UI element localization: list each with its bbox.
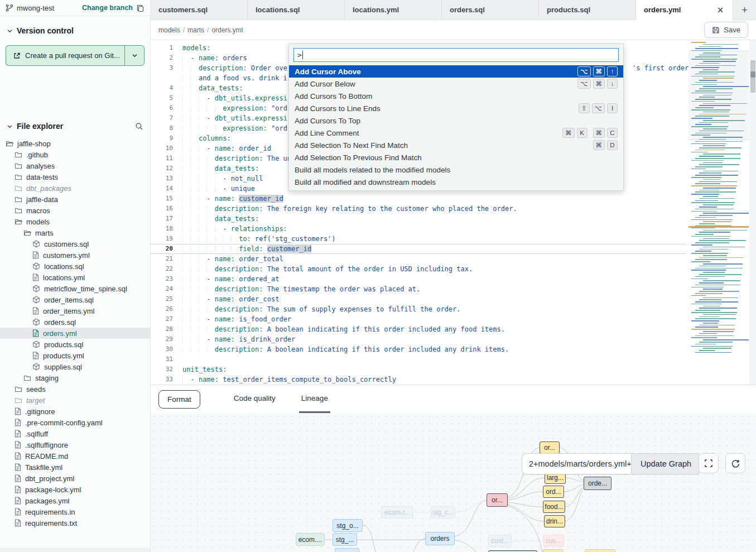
version-control-header[interactable]: Version control [0,24,150,37]
change-branch-link[interactable]: Change branch [82,4,133,12]
sidebar-scrollbar[interactable] [0,548,150,552]
update-graph-button[interactable]: Update Graph [631,453,701,474]
file-tree-item[interactable]: .pre-commit-config.yaml [0,417,150,428]
lineage-node[interactable]: stg_o... [333,519,363,532]
lineage-node[interactable]: orde... [584,477,611,490]
tab-orders-sql[interactable]: orders.sql [442,0,539,20]
file-tree-item[interactable]: marts [0,227,150,238]
lineage-node[interactable]: stg_... [335,548,359,552]
code-line[interactable]: 21 - name: order_total [151,254,686,264]
code-line[interactable]: 20 field: customer_id [151,244,686,254]
code-line[interactable]: 27 - name: is_food_order [151,314,686,324]
lineage-node[interactable]: stg_c... [431,506,455,519]
tab-products-sql[interactable]: products.sql [539,0,636,20]
file-tree-item[interactable]: dbt_project.yml [0,473,150,484]
lineage-graph[interactable]: or...larg...orde...ord...food...drin...o… [151,413,756,552]
code-line[interactable]: 23 - name: ordered_at [151,274,686,284]
close-icon[interactable]: ✕ [716,6,725,15]
lineage-node[interactable]: orders [425,532,455,545]
file-tree-item[interactable]: products.sql [0,339,150,350]
command-palette-input[interactable]: > [293,48,619,62]
breadcrumb-part[interactable]: models [158,26,180,34]
file-tree-item[interactable]: products.yml [0,350,150,361]
file-tree-item[interactable]: .gitignore [0,406,150,417]
palette-item[interactable]: Add Cursors to Line Ends⇧⌥I [289,102,623,114]
file-tree-item[interactable]: jaffle-data [0,194,150,205]
code-line[interactable]: 22 description: The total amount of the … [151,264,686,274]
file-tree-item[interactable]: orders.sql [0,316,150,328]
code-line[interactable]: 17 data_tests: [151,214,686,224]
file-tree-item[interactable]: locations.sql [0,261,150,272]
editor-scrollbar[interactable] [749,40,756,385]
code-line[interactable]: 15 - name: customer_id [151,194,686,204]
breadcrumb-part[interactable]: marts [187,26,204,34]
file-tree-item[interactable]: data-tests [0,171,150,183]
file-explorer-header[interactable]: File explorer [0,119,150,133]
create-pr-button[interactable]: Create a pull request on Git... [6,45,124,66]
file-tree-item[interactable]: macros [0,205,150,216]
file-tree-item[interactable]: supplies.sql [0,361,150,372]
file-tree-item[interactable]: customers.yml [0,249,150,261]
file-tree-item[interactable]: customers.sql [0,238,150,249]
lineage-node[interactable]: or... [540,441,560,454]
palette-item[interactable]: Add Selection To Previous Find Match [289,151,623,164]
file-tree-item[interactable]: .sqlfluff [0,428,150,439]
code-line[interactable]: 33 - name: test_order_items_compute_to_b… [151,375,686,385]
lineage-node[interactable]: cus... [543,535,564,547]
file-tree-item[interactable]: locations.yml [0,272,150,283]
format-button[interactable]: Format [158,390,200,409]
file-tree-item[interactable]: seeds [0,383,150,395]
create-pr-dropdown-button[interactable] [124,45,145,66]
code-line[interactable]: 32unit_tests: [151,364,686,375]
file-tree-item[interactable]: package-lock.yml [0,484,150,495]
minimap[interactable] [688,42,749,380]
bottom-tab-code-quality[interactable]: Code quality [232,385,278,413]
file-tree-item[interactable]: staging [0,372,150,383]
palette-item[interactable]: Add Cursor Above⌥⌘↑ [289,65,623,78]
palette-item[interactable]: Add Cursors To Bottom [289,90,623,102]
file-tree-item[interactable]: models [0,216,150,227]
lineage-node[interactable]: food... [543,501,565,513]
save-button[interactable]: Save [704,22,748,38]
search-icon[interactable] [135,122,143,131]
code-line[interactable]: 16 description: The foreign key relating… [151,204,686,214]
lineage-node[interactable]: stg_... [333,533,357,546]
tab-locations-sql[interactable]: locations.sql [248,0,345,20]
lineage-node[interactable]: ecom.... [296,533,325,546]
file-tree-item[interactable]: dbt_packages [0,183,150,194]
code-editor[interactable]: 1models:2 - name: orders3 description: O… [151,40,756,385]
new-tab-button[interactable]: + [733,0,756,20]
file-tree-item[interactable]: analyses [0,160,150,171]
lineage-node[interactable]: ord... [542,549,564,552]
file-tree-item[interactable]: Taskfile.yml [0,462,150,473]
code-line[interactable]: 19 to: ref('stg_customers') [151,234,686,244]
palette-item[interactable]: Add Cursor Below⌥⌘↓ [289,78,623,90]
file-tree-item[interactable]: orders.yml [0,328,150,339]
palette-item[interactable]: Build all modified and downstream models [289,176,623,188]
code-line[interactable]: 28 description: A boolean indicating if … [151,324,686,334]
code-line[interactable]: 30 description: A boolean indicating if … [151,344,686,354]
code-line[interactable]: 31 [151,354,686,364]
lineage-node[interactable]: ecom.r... [381,506,413,519]
code-line[interactable]: 29 - name: is_drink_order [151,334,686,344]
file-tree-item[interactable]: metricflow_time_spine.sql [0,283,150,294]
palette-item[interactable]: Add Line Comment⌘K⌘C [289,127,623,139]
lineage-node[interactable]: or... [487,493,508,507]
file-tree-item[interactable]: requirements.txt [0,517,150,529]
tab-orders-yml[interactable]: orders.yml✕ [636,0,733,20]
code-line[interactable]: 18 - relationships: [151,224,686,234]
code-line[interactable]: 25 - name: order_cost [151,294,686,304]
tab-locations-yml[interactable]: locations.yml [345,0,442,20]
refresh-button[interactable] [725,453,745,473]
file-tree-item[interactable]: target [0,395,150,406]
fullscreen-button[interactable] [699,453,719,473]
code-line[interactable]: 24 description: The timestamp the order … [151,284,686,294]
breadcrumb-part[interactable]: orders.yml [211,26,243,34]
lineage-node[interactable]: order_... [585,549,615,552]
file-tree-item[interactable]: packages.yml [0,495,150,506]
tab-customers-sql[interactable]: customers.sql [151,0,248,20]
breadcrumb[interactable]: models/marts/orders.yml [158,26,243,34]
lineage-node[interactable]: cust... [488,535,512,547]
file-tree-item[interactable]: .sqlfluffignore [0,439,150,450]
graph-selector-input[interactable]: 2+models/marts/orders.yml+ [522,453,631,474]
